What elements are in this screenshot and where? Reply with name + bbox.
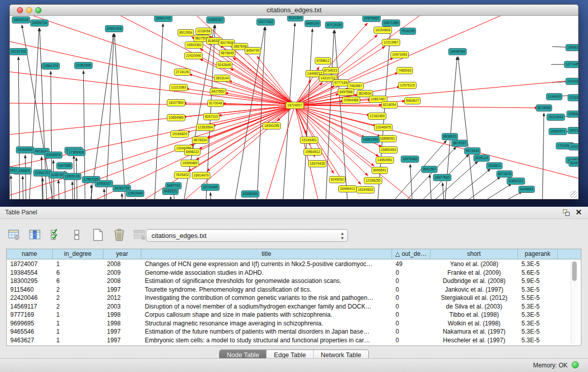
table-row[interactable]: 2242004622012Investigating the contribut… — [7, 294, 581, 302]
float-panel-icon[interactable] — [563, 209, 570, 216]
table-cell[interactable]: Franke et al. (2009) — [430, 269, 518, 277]
citation-network-graph[interactable]: 1872400718300295891295422260589827508818… — [10, 16, 578, 199]
table-scrollbar[interactable] — [571, 260, 577, 344]
table-cell[interactable]: 49 — [392, 260, 430, 269]
graph-edge[interactable] — [23, 176, 24, 199]
table-cell[interactable]: 1998 — [103, 311, 141, 319]
table-cell[interactable]: 2009 — [103, 269, 141, 277]
graph-edge[interactable] — [429, 184, 512, 199]
table-cell[interactable]: 18300295 — [7, 277, 53, 286]
column-header-4[interactable]: △ out_de… — [392, 249, 430, 259]
table-cell[interactable]: 6 — [53, 269, 103, 277]
table-cell[interactable]: Nakamura et al. (1997) — [430, 327, 518, 336]
table-cell[interactable]: 9699695 — [7, 319, 53, 328]
graph-edge[interactable] — [407, 169, 490, 199]
table-cell[interactable]: 2008 — [103, 260, 141, 269]
graph-edge[interactable] — [295, 105, 538, 108]
graph-edge[interactable] — [230, 69, 295, 105]
table-cell[interactable]: 22420046 — [7, 294, 53, 302]
table-cell[interactable]: Embryonic stem cells: a model to study s… — [141, 336, 392, 345]
table-cell[interactable]: 0 — [392, 336, 430, 345]
table-row[interactable]: 1456911722003Disruption of a novel membe… — [7, 302, 581, 311]
graph-edge[interactable] — [18, 57, 20, 199]
table-row[interactable]: 946554611997Estimation of the future num… — [7, 327, 581, 336]
table-cell[interactable]: 0 — [392, 294, 430, 302]
window-titlebar[interactable]: citations_edges.txt — [10, 5, 578, 16]
show-column-icon[interactable] — [28, 227, 42, 243]
graph-edge[interactable] — [42, 178, 44, 199]
graph-edge[interactable] — [11, 176, 12, 199]
table-cell[interactable]: 19384554 — [7, 269, 53, 277]
table-row[interactable]: 1938455462009Genome-wide association stu… — [7, 269, 581, 277]
table-scrollbar-thumb[interactable] — [572, 261, 577, 281]
graph-edge[interactable] — [153, 24, 163, 199]
table-cell[interactable]: Jankovic et al. (1997) — [430, 286, 518, 294]
table-cell[interactable]: 5.3E-5 — [518, 286, 558, 294]
graph-edge[interactable] — [458, 57, 478, 199]
table-cell[interactable]: Stergiakouli et al. (2012) — [430, 294, 518, 302]
table-cell[interactable]: Changes of HCN gene expression and I(f) … — [141, 260, 392, 269]
table-cell[interactable]: 0 — [392, 327, 430, 336]
network-canvas[interactable]: 1872400718300295891295422260589827508818… — [10, 16, 578, 199]
table-row[interactable]: 1872400712008Changes of HCN gene express… — [7, 260, 581, 269]
column-header-3[interactable]: title — [141, 249, 392, 259]
table-cell[interactable]: 5.3E-5 — [518, 327, 558, 336]
table-cell[interactable]: 5.3E-5 — [518, 311, 558, 319]
graph-edge[interactable] — [542, 113, 544, 199]
graph-edge[interactable] — [10, 67, 295, 105]
graph-edge[interactable] — [58, 180, 60, 199]
graph-edge[interactable] — [255, 105, 295, 199]
table-cell[interactable]: Wolkin et al. (1998) — [430, 319, 518, 328]
graph-edge[interactable] — [51, 71, 52, 199]
table-cell[interactable]: 1 — [53, 336, 103, 345]
graph-edge[interactable] — [301, 29, 312, 199]
table-cell[interactable]: 9777169 — [7, 311, 53, 319]
column-header-6[interactable]: pagerank — [518, 249, 558, 259]
column-header-5[interactable]: short — [430, 249, 518, 259]
table-cell[interactable]: 1998 — [103, 319, 141, 328]
close-panel-icon[interactable]: ✕ — [575, 208, 582, 217]
table-settings-icon[interactable] — [7, 227, 21, 243]
table-cell[interactable]: 0 — [392, 286, 430, 294]
column-header-2[interactable]: year — [103, 249, 141, 259]
table-cell[interactable]: 18724007 — [7, 260, 53, 269]
table-cell[interactable]: 2 — [53, 286, 103, 294]
new-table-icon[interactable] — [91, 227, 105, 243]
table-cell[interactable]: Tibbo et al. (1998) — [430, 311, 518, 319]
table-cell[interactable]: 9115460 — [7, 286, 53, 294]
column-header-0[interactable]: name — [7, 249, 53, 259]
table-cell[interactable]: de Silva et al. (2003) — [430, 302, 518, 311]
table-cell[interactable]: Hescheler et al. (1997) — [430, 336, 518, 345]
table-row[interactable]: 969969511998Structural magnetic resonanc… — [7, 319, 581, 328]
table-cell[interactable]: Structural magnetic resonance image aver… — [141, 319, 392, 328]
graph-edge[interactable] — [245, 52, 295, 105]
graph-edge[interactable] — [232, 48, 295, 105]
table-cell[interactable]: 1997 — [103, 286, 141, 294]
graph-edge[interactable] — [430, 174, 433, 199]
graph-edge[interactable] — [440, 192, 522, 199]
graph-edge[interactable] — [200, 59, 295, 105]
table-row[interactable]: 946362711997Embryonic stem cells: a mode… — [7, 336, 581, 345]
graph-edge[interactable] — [386, 155, 469, 199]
table-cell[interactable]: Dudbridge et al. (2008) — [430, 277, 518, 286]
table-cell[interactable]: 5.3E-5 — [518, 336, 558, 345]
select-all-rows-icon[interactable] — [49, 227, 63, 243]
graph-edge[interactable] — [104, 189, 106, 199]
clear-row-selection-icon[interactable] — [70, 227, 84, 243]
graph-edge[interactable] — [135, 199, 137, 199]
table-row[interactable]: 1830029562008Estimation of significance … — [7, 277, 581, 286]
window-resize-grip[interactable] — [570, 191, 577, 198]
graph-edge[interactable] — [210, 192, 212, 199]
graph-edge[interactable] — [25, 155, 27, 199]
table-cell[interactable]: Genome-wide association studies in ADHD. — [141, 269, 392, 277]
table-cell[interactable]: 14569117 — [7, 302, 53, 311]
graph-edge[interactable] — [189, 74, 295, 105]
table-cell[interactable]: 1 — [53, 319, 103, 328]
graph-edge[interactable] — [115, 34, 127, 199]
table-cell[interactable]: 0 — [392, 319, 430, 328]
table-cell[interactable]: 2 — [53, 302, 103, 311]
table-cell[interactable]: 5.9E-5 — [518, 277, 558, 286]
graph-edge[interactable] — [335, 30, 350, 199]
table-cell[interactable]: 5.3E-5 — [518, 302, 558, 311]
table-row[interactable]: 911546021997Tourette syndrome. Phenomeno… — [7, 286, 581, 294]
